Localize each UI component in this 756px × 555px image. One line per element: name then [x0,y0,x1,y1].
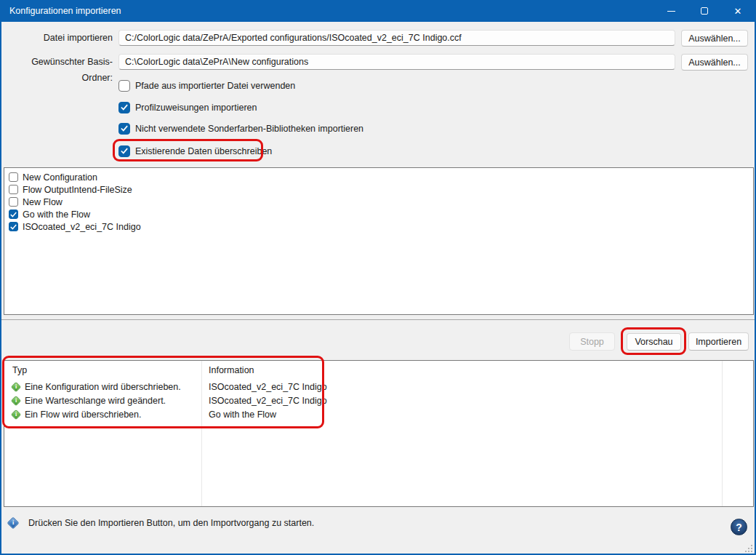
vorschau-button[interactable]: Vorschau [627,333,681,351]
option-label: Profilzuweisungen importieren [135,103,257,113]
option-import-unused-libraries: Nicht verwendete Sonderfarben-Bibliothek… [118,121,363,135]
information-cell: Go with the Flow [209,410,276,420]
checkbox-overwrite-existing[interactable] [118,145,130,157]
stopp-button[interactable]: Stopp [569,332,615,351]
list-item[interactable]: New Flow [9,196,749,208]
base-folder-input[interactable] [118,54,675,70]
info-diamond-green-icon: i [11,382,21,392]
list-item[interactable]: ISOcoated_v2_eci_7C Indigo [9,220,749,233]
table-row[interactable]: i Ein Flow wird überschrieben. Go with t… [4,410,753,423]
table-row[interactable]: i Eine Konfiguration wird überschrieben.… [4,382,753,396]
base-folder-label: Gewünschter Basis-Ordner: [1,54,113,86]
check-icon [121,148,128,154]
file-import-input[interactable] [118,30,675,46]
list-item[interactable]: New Configuration [9,171,749,183]
column-header-information[interactable]: Information [209,365,254,375]
file-import-label: Datei importieren [1,30,113,46]
checkbox-import-profile-assignments[interactable] [118,102,130,113]
checkbox-list-item[interactable] [9,185,18,194]
list-item-label: Flow OutputIntend-FileSize [23,185,132,195]
maximize-button[interactable] [688,0,721,22]
results-table: Typ Information i Eine Konfiguration wir… [4,360,754,507]
info-diamond-green-icon: i [11,410,21,420]
close-button[interactable]: ✕ [721,0,755,22]
list-item[interactable]: Go with the Flow [9,208,749,220]
checkbox-list-item[interactable] [9,172,18,182]
resize-grip[interactable] [744,543,752,552]
option-import-profile-assignments: Profilzuweisungen importieren [118,100,257,114]
typ-cell: Eine Warteschlange wird geändert. [25,396,166,406]
configuration-list: New Configuration Flow OutputIntend-File… [4,167,754,315]
information-cell: ISOcoated_v2_eci_7C Indigo [209,396,327,406]
checkbox-import-unused-libraries[interactable] [118,123,130,135]
option-use-paths: Pfade aus importierter Datei verwenden [118,79,295,92]
importieren-button[interactable]: Importieren [688,332,749,351]
option-label: Existierende Daten überschreiben [135,146,272,156]
table-header: Typ Information [4,365,753,378]
title-bar: Konfigurationen importieren ✕ [1,0,755,22]
option-label: Nicht verwendete Sonderfarben-Bibliothek… [135,124,363,134]
list-item[interactable]: Flow OutputIntend-FileSize [9,183,749,196]
status-bar: i Drücken Sie den Importieren Button, um… [9,518,314,528]
question-mark-icon: ? [736,522,742,533]
checkbox-list-item[interactable] [9,197,18,207]
check-icon [10,212,17,217]
option-overwrite-existing: Existierende Daten überschreiben [118,144,272,158]
information-cell: ISOcoated_v2_eci_7C Indigo [209,382,327,392]
typ-cell: Ein Flow wird überschrieben. [25,410,142,420]
list-item-label: New Flow [23,197,63,207]
list-item-label: New Configuration [23,172,97,183]
check-icon [121,125,128,132]
checkbox-list-item[interactable] [9,209,18,219]
maximize-icon [701,7,708,15]
base-folder-browse-button[interactable]: Auswählen... [681,54,748,71]
check-icon [10,224,17,230]
table-row[interactable]: i Eine Warteschlange wird geändert. ISOc… [4,396,753,410]
minimize-icon [667,11,675,12]
window-title: Konfigurationen importieren [1,6,654,16]
option-label: Pfade aus importierter Datei verwenden [135,81,295,91]
checkbox-use-paths[interactable] [118,80,130,92]
info-diamond-blue-icon: i [7,517,20,530]
horizontal-divider [1,319,755,320]
dialog-konfigurationen-importieren: Konfigurationen importieren ✕ Datei impo… [0,0,756,555]
close-icon: ✕ [734,7,742,16]
list-item-label: ISOcoated_v2_eci_7C Indigo [23,222,141,232]
checkbox-list-item[interactable] [9,222,18,231]
status-message: Drücken Sie den Importieren Button, um d… [28,518,314,528]
list-item-label: Go with the Flow [23,209,90,220]
file-import-browse-button[interactable]: Auswählen... [681,30,748,47]
column-header-typ[interactable]: Typ [12,365,27,375]
info-diamond-green-icon: i [11,396,21,406]
help-button[interactable]: ? [731,519,747,535]
typ-cell: Eine Konfiguration wird überschrieben. [25,382,181,392]
check-icon [121,104,128,111]
minimize-button[interactable] [654,0,688,22]
